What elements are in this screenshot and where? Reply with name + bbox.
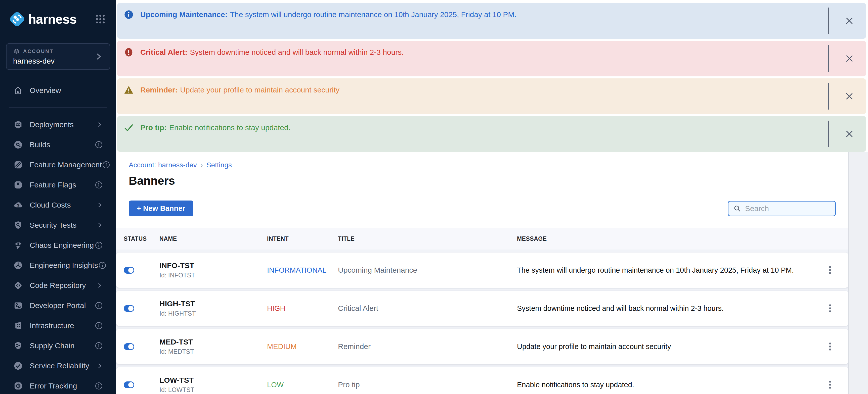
sidebar-item-code-repository[interactable]: Code Repository: [0, 275, 116, 296]
info-icon[interactable]: [95, 140, 103, 149]
row-menu-icon[interactable]: [823, 377, 837, 392]
svg-text:$: $: [17, 203, 19, 207]
status-toggle[interactable]: [124, 380, 139, 390]
page-title: Banners: [116, 169, 848, 194]
sidebar-item-chaos-engineering[interactable]: Chaos Engineering: [0, 235, 116, 255]
banner-divider: [828, 83, 829, 109]
chevron-right-icon: [96, 121, 103, 128]
intent-badge: MEDIUM: [267, 342, 297, 351]
banner-name: INFO-TST: [159, 261, 267, 270]
row-menu-icon[interactable]: [823, 263, 837, 277]
account-selector[interactable]: ACCOUNT harness-dev: [6, 43, 110, 70]
search-icon: [733, 204, 742, 213]
engineering-insights-icon: [13, 260, 23, 270]
breadcrumb-account-link[interactable]: Account: harness-dev: [129, 161, 197, 169]
sidebar-item-deployments[interactable]: Deployments: [0, 114, 116, 135]
search-box: [728, 201, 836, 216]
banner-divider: [828, 45, 829, 72]
info-icon[interactable]: [95, 241, 103, 250]
sidebar-divider: [9, 107, 107, 107]
search-input[interactable]: [745, 204, 828, 213]
banner-name: HIGH-TST: [159, 299, 267, 308]
deployments-icon: [13, 120, 23, 130]
column-header-message: MESSAGE: [517, 235, 812, 242]
sidebar-item-label: Feature Management: [30, 161, 102, 169]
table-row[interactable]: LOW-TST Id: LOWTST LOW Pro tip Enable no…: [116, 367, 848, 394]
close-icon[interactable]: [842, 52, 857, 66]
table-row[interactable]: MED-TST Id: MEDTST MEDIUM Reminder Updat…: [116, 329, 848, 364]
banner-label: Upcoming Maintenance:: [140, 10, 227, 19]
banner-id: Id: LOWTST: [159, 386, 267, 394]
banner-label: Pro tip:: [140, 123, 167, 132]
supply-chain-icon: [13, 341, 23, 351]
harness-logo-icon: [9, 11, 25, 27]
chevron-right-icon: [96, 282, 103, 289]
info-icon[interactable]: [102, 161, 111, 169]
sidebar-item-infrastructure[interactable]: Infrastructure: [0, 316, 116, 336]
banner-informational: Upcoming Maintenance:The system will und…: [117, 3, 866, 39]
sidebar: harness ACCOUNT: [0, 0, 116, 394]
table-row[interactable]: HIGH-TST Id: HIGHTST HIGH Critical Alert…: [116, 291, 848, 326]
banner-name: LOW-TST: [159, 376, 267, 385]
banner-message: Update your profile to maintain account …: [180, 86, 339, 94]
breadcrumb-settings-link[interactable]: Settings: [207, 161, 232, 169]
app-window: harness ACCOUNT: [0, 0, 868, 394]
sidebar-item-supply-chain[interactable]: Supply Chain: [0, 336, 116, 356]
sidebar-item-label: Supply Chain: [30, 341, 74, 350]
sidebar-item-engineering-insights[interactable]: Engineering Insights: [0, 255, 116, 275]
sidebar-item-label: Code Repository: [30, 281, 86, 290]
sidebar-item-cloud-costs[interactable]: $ Cloud Costs: [0, 195, 116, 215]
sidebar-item-label: Developer Portal: [30, 301, 86, 310]
sidebar-item-service-reliability[interactable]: Service Reliability: [0, 356, 116, 376]
new-banner-button[interactable]: + New Banner: [129, 200, 193, 216]
sidebar-item-feature-management[interactable]: Feature Management: [0, 155, 116, 175]
module-grid-icon[interactable]: [95, 13, 106, 25]
info-icon[interactable]: [95, 341, 103, 350]
sidebar-item-security-tests[interactable]: Security Tests: [0, 215, 116, 235]
sidebar-item-label: Overview: [30, 86, 61, 95]
table-body: INFO-TST Id: INFOTST INFORMATIONAL Upcom…: [116, 250, 848, 394]
sidebar-item-overview[interactable]: Overview: [0, 80, 116, 100]
sidebar-item-label: Deployments: [30, 120, 74, 129]
info-icon[interactable]: [95, 180, 103, 189]
row-menu-icon[interactable]: [823, 301, 837, 315]
status-toggle[interactable]: [124, 303, 139, 313]
row-menu-icon[interactable]: [823, 339, 837, 354]
close-icon[interactable]: [842, 127, 857, 141]
banner-label: Critical Alert:: [140, 48, 187, 56]
table-header-row: STATUS NAME INTENT TITLE MESSAGE: [116, 228, 848, 250]
status-toggle[interactable]: [124, 265, 139, 275]
banner-critical: Critical Alert:System downtime noticed a…: [117, 41, 866, 76]
info-icon[interactable]: [95, 321, 103, 330]
workspace: Account: harness-dev › Settings Banners …: [116, 152, 868, 394]
banner-message-cell: System downtime noticed and will back no…: [517, 304, 729, 312]
info-icon[interactable]: [95, 382, 103, 390]
close-icon[interactable]: [842, 89, 857, 103]
layers-icon: [13, 48, 20, 55]
sidebar-item-label: Error Tracking: [30, 382, 77, 390]
intent-badge: HIGH: [267, 304, 285, 312]
banner-title: Pro tip: [338, 381, 360, 389]
sidebar-item-label: Security Tests: [30, 221, 76, 229]
sidebar-item-feature-flags[interactable]: Feature Flags: [0, 175, 116, 195]
status-toggle[interactable]: [124, 341, 139, 352]
info-icon[interactable]: [98, 261, 106, 270]
column-header-status: STATUS: [116, 235, 159, 242]
sidebar-item-label: Service Reliability: [30, 362, 89, 370]
sidebar-item-developer-portal[interactable]: Developer Portal: [0, 296, 116, 316]
column-header-title: TITLE: [338, 235, 517, 242]
logo-text: harness: [28, 11, 76, 27]
sidebar-item-builds[interactable]: Builds: [0, 135, 116, 155]
info-icon[interactable]: [95, 301, 103, 310]
column-header-name: NAME: [159, 235, 267, 242]
account-name: harness-dev: [13, 57, 55, 65]
sidebar-item-error-tracking[interactable]: Error Tracking: [0, 376, 116, 394]
sidebar-item-label: Chaos Engineering: [30, 241, 94, 250]
table-row[interactable]: INFO-TST Id: INFOTST INFORMATIONAL Upcom…: [116, 253, 848, 288]
close-icon[interactable]: [842, 14, 857, 28]
cloud-costs-icon: $: [13, 200, 23, 210]
banner-id: Id: INFOTST: [159, 272, 267, 279]
banner-message-cell: The system will undergo routine maintena…: [517, 266, 799, 274]
chevron-right-icon: [94, 52, 103, 61]
right-gutter: [849, 152, 868, 394]
